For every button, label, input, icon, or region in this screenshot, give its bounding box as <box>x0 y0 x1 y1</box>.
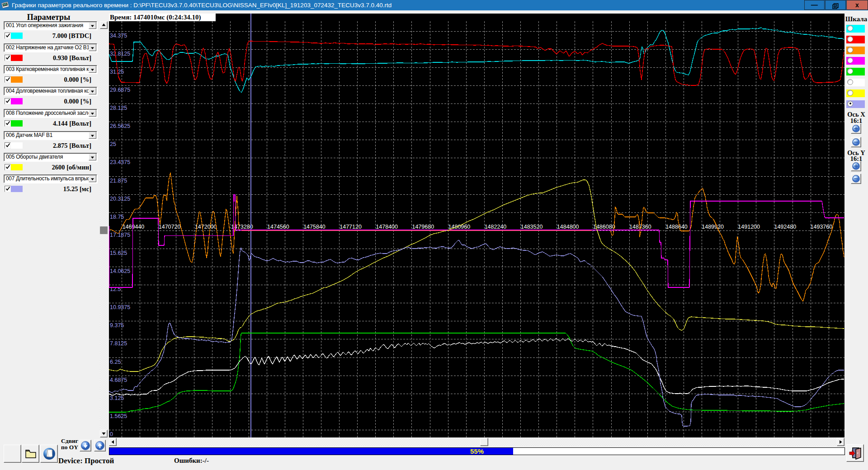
svg-text:31.25: 31.25 <box>110 69 124 75</box>
svg-text:15.625: 15.625 <box>110 250 127 256</box>
svg-text:9.375: 9.375 <box>110 322 124 329</box>
svg-text:21.875: 21.875 <box>110 178 127 184</box>
svg-text:1472000: 1472000 <box>195 224 217 230</box>
svg-text:1489920: 1489920 <box>702 224 724 230</box>
svg-text:20.3125: 20.3125 <box>110 196 130 202</box>
svg-text:3.125: 3.125 <box>110 395 124 401</box>
svg-text:28.125: 28.125 <box>110 105 127 111</box>
svg-text:1469440: 1469440 <box>123 224 145 230</box>
svg-text:1493760: 1493760 <box>811 224 833 230</box>
svg-text:1487360: 1487360 <box>629 224 651 230</box>
svg-text:12.5: 12.5 <box>110 286 121 292</box>
svg-text:1477120: 1477120 <box>340 224 362 230</box>
svg-text:10.9375: 10.9375 <box>110 304 130 310</box>
svg-text:14.0625: 14.0625 <box>110 268 130 274</box>
svg-text:32.8125: 32.8125 <box>110 51 130 57</box>
svg-text:1479680: 1479680 <box>412 224 434 230</box>
svg-text:1470720: 1470720 <box>159 224 181 230</box>
svg-text:25: 25 <box>110 141 116 147</box>
svg-text:1484800: 1484800 <box>557 224 579 230</box>
svg-text:34.375: 34.375 <box>110 33 127 39</box>
svg-text:1475840: 1475840 <box>303 224 326 230</box>
svg-text:1491200: 1491200 <box>738 224 760 230</box>
svg-text:1492480: 1492480 <box>774 224 796 230</box>
svg-text:1483520: 1483520 <box>521 224 543 230</box>
svg-text:1473280: 1473280 <box>231 224 253 230</box>
svg-text:4.6875: 4.6875 <box>110 377 127 383</box>
svg-text:6.25: 6.25 <box>110 359 121 365</box>
svg-text:1478400: 1478400 <box>376 224 398 230</box>
svg-text:1.5625: 1.5625 <box>110 413 127 419</box>
svg-text:29.6875: 29.6875 <box>110 87 130 93</box>
svg-text:23.4375: 23.4375 <box>110 159 130 165</box>
svg-text:0: 0 <box>110 431 113 437</box>
svg-text:18.75: 18.75 <box>110 214 124 220</box>
svg-text:7.8125: 7.8125 <box>110 340 127 347</box>
svg-text:1474560: 1474560 <box>267 224 289 230</box>
svg-text:1482240: 1482240 <box>485 224 507 230</box>
svg-text:1488640: 1488640 <box>665 224 688 230</box>
svg-text:17.1875: 17.1875 <box>110 232 130 238</box>
svg-text:26.5625: 26.5625 <box>110 123 130 129</box>
